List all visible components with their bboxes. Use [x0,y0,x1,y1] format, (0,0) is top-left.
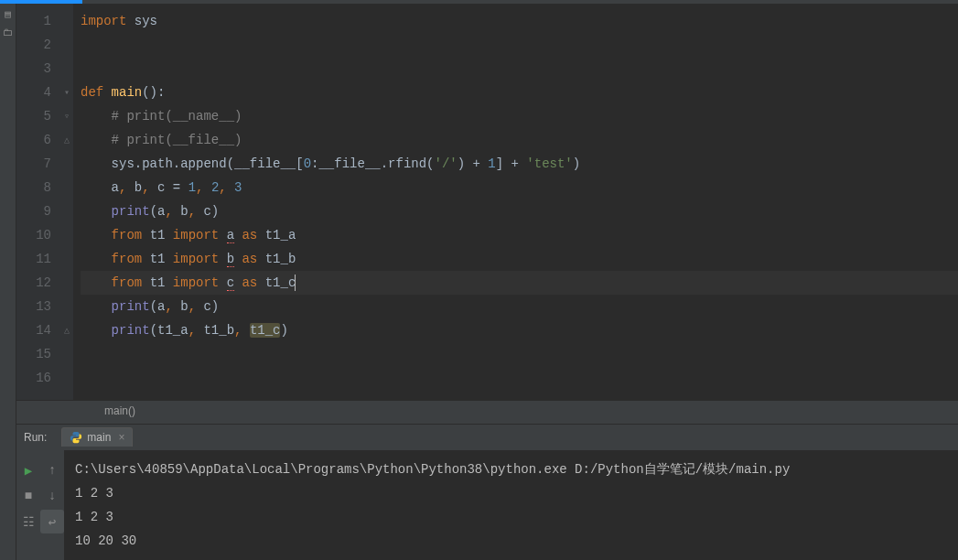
code-line[interactable]: from t1 import b as t1_b [81,247,958,271]
up-stack-button[interactable]: ↑ [40,458,64,482]
line-number[interactable]: 10 [22,223,51,247]
line-number[interactable]: 2 [22,33,51,57]
line-number[interactable]: 4 [22,81,51,104]
line-number[interactable]: 7 [22,152,51,176]
fold-mark [60,57,73,81]
code-line[interactable] [81,33,958,57]
code-line[interactable]: # print(__name__) [81,104,958,128]
line-number[interactable]: 11 [22,247,51,271]
stop-button[interactable]: ■ [16,484,40,508]
down-stack-button[interactable]: ↓ [40,484,64,508]
fold-mark [60,176,73,199]
code-line[interactable]: def main(): [81,81,958,104]
line-number[interactable]: 12 [22,271,51,295]
console-area: ▶ ↑ ■ ↓ ☷ ↩ C:\Users\40859\AppData\Local… [16,449,958,560]
run-tab[interactable]: main × [61,427,133,447]
code-line[interactable] [81,342,958,366]
code-line[interactable]: print(a, b, c) [81,199,958,223]
line-number[interactable]: 9 [22,199,51,223]
fold-mark [60,295,73,318]
code-line[interactable] [81,57,958,81]
console-line: 1 2 3 [75,481,958,505]
fold-mark [60,33,73,57]
run-header: Run: main × [16,424,958,449]
code-line[interactable]: from t1 import a as t1_a [81,223,958,247]
line-number[interactable]: 3 [22,57,51,81]
fold-mark[interactable]: ▾ [60,81,73,104]
code-area[interactable]: import sysdef main(): # print(__name__) … [73,4,958,400]
fold-mark [60,271,73,295]
python-icon [70,431,82,444]
code-line[interactable]: a, b, c = 1, 2, 3 [81,176,958,199]
close-icon[interactable]: × [118,431,124,444]
console-output[interactable]: C:\Users\40859\AppData\Local\Programs\Py… [64,450,958,560]
left-tool-rail: ▤ 🗀 [0,4,16,560]
fold-mark [60,342,73,366]
fold-mark[interactable]: △ [60,318,73,342]
caret [295,275,296,291]
fold-mark [60,9,73,33]
code-line[interactable]: sys.path.append(__file__[0:__file__.rfin… [81,152,958,176]
fold-mark[interactable]: △ [60,128,73,152]
run-label: Run: [24,431,47,444]
structure-icon[interactable]: ▤ [2,7,15,20]
console-line: 1 2 3 [75,505,958,529]
line-number[interactable]: 16 [22,366,51,390]
fold-mark [60,152,73,176]
line-number[interactable]: 5 [22,104,51,128]
code-line[interactable]: from t1 import c as t1_c [81,271,958,295]
line-number[interactable]: 14 [22,318,51,342]
code-line[interactable] [81,366,958,390]
line-gutter[interactable]: 12345678910111213141516 [16,4,60,400]
project-icon[interactable]: 🗀 [2,26,15,38]
console-line: 10 20 30 [75,529,958,553]
console-toolbar: ▶ ↑ ■ ↓ ☷ ↩ [16,450,64,560]
rerun-button[interactable]: ▶ [16,458,40,482]
console-line: C:\Users\40859\AppData\Local\Programs\Py… [75,458,958,481]
editor-wrap: 12345678910111213141516 ▾▿△△ import sysd… [16,4,958,560]
code-line[interactable]: print(a, b, c) [81,295,958,318]
breadcrumb[interactable]: main() [16,400,958,424]
fold-mark [60,366,73,390]
line-number[interactable]: 1 [22,9,51,33]
line-number[interactable]: 6 [22,128,51,152]
fold-mark[interactable]: ▿ [60,104,73,128]
fold-column[interactable]: ▾▿△△ [60,4,73,400]
line-number[interactable]: 13 [22,295,51,318]
fold-mark [60,223,73,247]
code-line[interactable]: # print(__file__) [81,128,958,152]
breadcrumb-text: main() [104,404,135,417]
layout-button[interactable]: ☷ [16,510,40,533]
code-line[interactable]: print(t1_a, t1_b, t1_c) [81,318,958,342]
line-number[interactable]: 15 [22,342,51,366]
main-area: ▤ 🗀 12345678910111213141516 ▾▿△△ import … [0,4,958,560]
fold-mark [60,247,73,271]
fold-mark [60,199,73,223]
line-number[interactable]: 8 [22,176,51,199]
soft-wrap-button[interactable]: ↩ [40,510,64,533]
code-editor[interactable]: 12345678910111213141516 ▾▿△△ import sysd… [16,4,958,400]
code-line[interactable]: import sys [81,9,958,33]
run-tab-label: main [87,431,111,444]
